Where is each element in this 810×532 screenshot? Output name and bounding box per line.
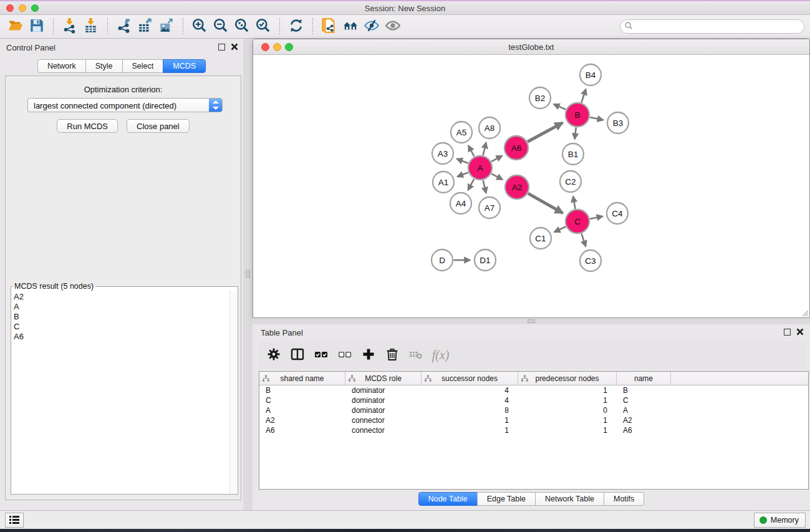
import-network-button[interactable] — [59, 17, 80, 37]
table-row[interactable]: A6connector11A6 — [259, 425, 808, 435]
table-settings-button[interactable] — [264, 344, 283, 365]
mcds-result-item[interactable]: A2 — [14, 292, 229, 302]
tab-node-table[interactable]: Node Table — [418, 492, 478, 506]
graph-edge-A-A1[interactable] — [457, 172, 468, 177]
graph-node-label: C2 — [565, 177, 576, 186]
open-file-button[interactable] — [5, 17, 26, 37]
graph-edge-C-C1[interactable] — [554, 227, 566, 232]
vertical-splitter[interactable] — [243, 39, 253, 510]
result-scrollbar[interactable] — [229, 291, 237, 493]
graph-edge-A-A7[interactable] — [483, 180, 486, 193]
network-window-titlebar[interactable]: testGlobe.txt — [253, 39, 809, 55]
column-header-shared-name[interactable]: shared name — [259, 372, 345, 385]
tab-style[interactable]: Style — [85, 59, 123, 73]
mcds-result-item[interactable]: C — [14, 322, 229, 332]
import-table-button[interactable] — [80, 17, 102, 37]
graph-edge-A-A2[interactable] — [491, 174, 503, 180]
graph-edge-A6-B[interactable] — [528, 123, 562, 142]
graph-edge-A-A4[interactable] — [468, 179, 474, 190]
zoom-selected-button[interactable] — [253, 17, 274, 37]
tab-motifs[interactable]: Motifs — [604, 492, 644, 506]
control-panel: Control Panel NetworkStyleSelectMCDS Opt… — [0, 39, 243, 510]
tab-mcds[interactable]: MCDS — [163, 59, 206, 73]
plus-icon — [361, 347, 376, 364]
graph-node-label: A2 — [512, 183, 523, 192]
search-input[interactable] — [633, 21, 804, 32]
main-toolbar — [0, 15, 810, 39]
select-all-button[interactable] — [311, 344, 330, 365]
refresh-button[interactable] — [286, 17, 307, 37]
export-table-button[interactable] — [135, 17, 156, 37]
graph-edge-C-C2[interactable] — [573, 196, 575, 209]
graph-edge-A2-C[interactable] — [528, 193, 563, 213]
mcds-result-item[interactable]: A — [14, 302, 229, 312]
network-from-selection-button[interactable] — [319, 17, 340, 37]
splitter-handle[interactable] — [246, 270, 250, 278]
delete-column-button[interactable] — [382, 344, 402, 365]
table-cell: C — [259, 395, 345, 405]
export-image-button[interactable] — [156, 17, 177, 37]
zoom-out-button[interactable] — [210, 17, 231, 37]
open-browser-button[interactable] — [340, 17, 361, 37]
column-header-successor-nodes[interactable]: successor nodes — [422, 372, 518, 385]
horizontal-splitter[interactable] — [253, 318, 810, 324]
trash-icon — [385, 347, 400, 364]
table-row[interactable]: Cdominator41C — [259, 395, 808, 405]
toolbar-separator — [183, 18, 183, 36]
table-cell: A6 — [617, 425, 671, 435]
splitter-handle[interactable] — [528, 319, 535, 323]
graph-edge-A-A3[interactable] — [456, 159, 468, 163]
delete-table-button[interactable] — [406, 344, 425, 365]
graph-edge-A-A5[interactable] — [468, 145, 474, 157]
graph-edge-A-A6[interactable] — [491, 156, 502, 162]
graph-node-label: B1 — [568, 150, 579, 159]
float-panel-icon[interactable] — [218, 44, 225, 51]
tab-network[interactable]: Network — [37, 59, 86, 73]
close-panel-icon[interactable] — [231, 43, 238, 51]
control-panel-header: Control Panel — [0, 39, 243, 56]
table-body: Bdominator41BCdominator41CAdominator80AA… — [259, 385, 808, 435]
run-mcds-button[interactable]: Run MCDS — [57, 119, 118, 133]
toolbar-separator — [279, 18, 280, 36]
tab-edge-table[interactable]: Edge Table — [477, 492, 536, 506]
graph-edge-C-C4[interactable] — [590, 216, 602, 219]
show-panels-button[interactable] — [382, 17, 403, 37]
memory-button[interactable]: Memory — [754, 513, 806, 528]
column-header-name[interactable]: name — [617, 372, 671, 385]
fx-icon: f(x) — [430, 348, 450, 362]
graph-edge-B-B4[interactable] — [581, 89, 586, 103]
export-network-button[interactable] — [113, 17, 135, 37]
show-panels-list-button[interactable] — [5, 513, 24, 528]
float-panel-icon[interactable] — [784, 329, 791, 336]
zoom-in-button[interactable] — [189, 17, 210, 37]
close-panel-icon[interactable] — [796, 328, 804, 336]
table-row[interactable]: Bdominator41B — [259, 385, 808, 395]
save-session-button[interactable] — [26, 17, 47, 37]
export-image-icon — [158, 17, 175, 36]
zoom-fit-button[interactable] — [231, 17, 253, 37]
table-row[interactable]: Adominator80A — [259, 405, 808, 415]
column-header-MCDS-role[interactable]: MCDS role — [345, 372, 422, 385]
optimization-dropdown[interactable]: largest connected component (directed) — [27, 98, 223, 112]
show-columns-button[interactable] — [287, 344, 307, 365]
add-column-button[interactable] — [359, 344, 378, 365]
deselect-all-button[interactable] — [335, 344, 354, 365]
hide-panels-button[interactable] — [361, 17, 382, 37]
graph-edge-A-A8[interactable] — [483, 142, 486, 155]
resize-grip-icon[interactable] — [800, 308, 809, 317]
network-canvas[interactable]: B4B2BB3A8A5A6A3B1AA1C2A2A4A7C4CC1C3DD1 — [253, 55, 809, 317]
graph-edge-B-B1[interactable] — [575, 127, 576, 139]
mcds-result-item[interactable]: A6 — [14, 332, 229, 342]
tab-select[interactable]: Select — [122, 59, 164, 73]
import-network-icon — [62, 17, 78, 36]
mcds-result-item[interactable]: B — [14, 312, 229, 322]
column-header-predecessor-nodes[interactable]: predecessor nodes — [518, 372, 617, 385]
tab-network-table[interactable]: Network Table — [535, 492, 604, 506]
graph-edge-B-B2[interactable] — [554, 104, 566, 110]
close-panel-button[interactable]: Close panel — [127, 119, 190, 133]
table-row[interactable]: A2connector11A2 — [259, 415, 808, 425]
graph-edge-C-C3[interactable] — [581, 233, 586, 246]
optimization-dropdown-value: largest connected component (directed) — [34, 101, 176, 110]
function-builder-button[interactable]: f(x) — [430, 344, 449, 365]
graph-edge-B-B3[interactable] — [590, 117, 603, 120]
